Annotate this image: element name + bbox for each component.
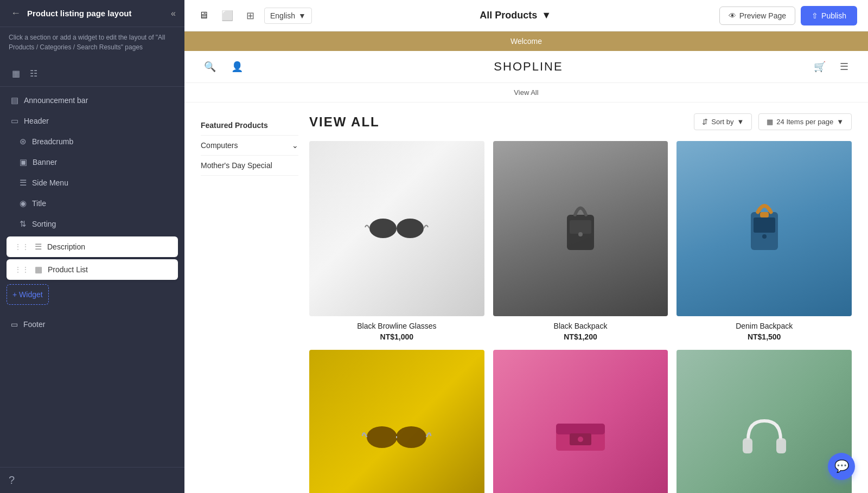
store-header: 🔍 👤 SHOPLINE 🛒 ☰ xyxy=(184,51,868,83)
chevron-down-icon: ⌄ xyxy=(292,141,298,150)
desktop-device-button[interactable]: 🖥 xyxy=(195,7,212,24)
content-area: Featured Products Computers ⌄ Mother's D… xyxy=(184,103,868,493)
product-card-1[interactable]: Black Backpack NT$1,200 xyxy=(493,141,668,341)
svg-point-9 xyxy=(762,234,767,239)
top-bar-center: All Products ▼ xyxy=(318,10,713,21)
category-nav: Featured Products Computers ⌄ Mother's D… xyxy=(201,113,309,493)
sidebar-item-announcement-bar[interactable]: ▤ Announcement bar xyxy=(0,90,184,111)
banner-icon: ▣ xyxy=(20,157,27,167)
svg-point-5 xyxy=(578,232,583,236)
product-card-4[interactable]: Pink Wallet NT$900 xyxy=(493,350,668,493)
product-image-3 xyxy=(309,350,484,493)
page-title-chevron-icon: ▼ xyxy=(541,10,551,21)
svg-point-10 xyxy=(367,426,397,448)
backpack-svg xyxy=(559,199,602,258)
product-name-1: Black Backpack xyxy=(493,322,668,330)
preview-eye-icon: 👁 xyxy=(729,11,736,20)
side-menu-icon: ☰ xyxy=(20,178,27,188)
product-grid: Black Browline Glasses NT$1,000 xyxy=(309,141,852,493)
preview-page-button[interactable]: 👁 Preview Page xyxy=(719,7,795,25)
sidebar-item-sorting[interactable]: ⇅ Sorting xyxy=(0,214,184,234)
product-name-2: Denim Backpack xyxy=(676,322,852,330)
product-card-0[interactable]: Black Browline Glasses NT$1,000 xyxy=(309,141,484,341)
pages-icon[interactable]: ▦ xyxy=(9,65,23,82)
collapse-button[interactable]: « xyxy=(171,9,176,18)
store-header-right: 🛒 ☰ xyxy=(810,57,852,76)
announcement-bar-icon: ▤ xyxy=(11,95,18,105)
tablet-device-button[interactable]: ⬜ xyxy=(218,7,237,25)
sidebar-item-header[interactable]: ▭ Header xyxy=(0,111,184,131)
svg-rect-8 xyxy=(760,212,769,217)
sidebar-item-footer[interactable]: ▭ Footer xyxy=(0,315,184,334)
menu-button[interactable]: ☰ xyxy=(837,57,852,76)
svg-point-16 xyxy=(578,437,583,442)
sidebar-item-description[interactable]: ⋮⋮ ☰ Description xyxy=(7,236,178,257)
store-logo: SHOPLINE xyxy=(494,60,563,74)
sidebar-bottom: ? xyxy=(0,467,184,493)
back-button[interactable]: ← xyxy=(9,5,23,21)
sidebar-item-title[interactable]: ◉ Title xyxy=(0,193,184,214)
announcement-bar: Welcome xyxy=(184,31,868,51)
product-price-2: NT$1,500 xyxy=(676,332,852,341)
help-button[interactable]: ? xyxy=(9,474,15,486)
category-nav-item-computers[interactable]: Computers ⌄ xyxy=(201,136,298,156)
preview-area: Welcome 🔍 👤 SHOPLINE 🛒 ☰ View All xyxy=(184,31,868,493)
top-bar: 🖥 ⬜ ⊞ English ▼ All Products ▼ 👁 Preview… xyxy=(184,0,868,31)
product-price-0: NT$1,000 xyxy=(309,332,484,341)
items-per-page-button[interactable]: ▦ 24 Items per page ▼ xyxy=(758,113,852,130)
custom-device-button[interactable]: ⊞ xyxy=(243,7,258,25)
sidebar: ← Product listing page layout « Click a … xyxy=(0,0,184,493)
sort-by-button[interactable]: ⇵ Sort by ▼ xyxy=(694,113,752,130)
title-icon: ◉ xyxy=(20,199,27,208)
search-button[interactable]: 🔍 xyxy=(201,57,219,76)
account-button[interactable]: 👤 xyxy=(228,57,246,76)
cart-button[interactable]: 🛒 xyxy=(810,57,829,76)
language-selector[interactable]: English ▼ xyxy=(264,8,312,24)
product-image-5 xyxy=(676,350,852,493)
sunglasses-svg xyxy=(361,420,432,455)
sidebar-item-product-list[interactable]: ⋮⋮ ▦ Product List xyxy=(7,259,178,280)
product-card-3[interactable]: Sunglasses NT$800 xyxy=(309,350,484,493)
publish-icon: ⇧ xyxy=(812,11,818,20)
language-chevron-icon: ▼ xyxy=(298,11,306,20)
sidebar-item-breadcrumb[interactable]: ⊛ Breadcrumb xyxy=(0,131,184,152)
product-area-title: VIEW ALL xyxy=(309,114,380,130)
category-nav-item-mothers-day[interactable]: Mother's Day Special xyxy=(201,156,298,176)
footer-icon: ▭ xyxy=(11,320,18,329)
widgets-icon[interactable]: ☷ xyxy=(27,65,41,82)
view-all-link[interactable]: View All xyxy=(514,88,538,97)
svg-point-0 xyxy=(369,219,397,238)
product-area: VIEW ALL ⇵ Sort by ▼ ▦ 24 Items per page… xyxy=(309,113,852,493)
glasses-svg xyxy=(364,212,429,245)
announcement-text: Welcome xyxy=(510,37,542,46)
chat-button[interactable]: 💬 xyxy=(828,453,855,480)
sidebar-header: ← Product listing page layout « xyxy=(0,0,184,27)
drag-handle-description[interactable]: ⋮⋮ xyxy=(14,242,29,251)
svg-rect-7 xyxy=(754,217,775,233)
svg-rect-4 xyxy=(570,220,591,234)
product-image-1 xyxy=(493,141,668,316)
publish-button[interactable]: ⇧ Publish xyxy=(801,6,857,25)
logo-bold-text: SHOP xyxy=(494,60,532,73)
sidebar-description: Click a section or add a widget to edit … xyxy=(0,27,184,61)
breadcrumb-icon: ⊛ xyxy=(20,137,27,146)
items-chevron-icon: ▼ xyxy=(837,118,844,126)
denim-backpack-svg xyxy=(743,199,786,258)
category-nav-item-featured[interactable]: Featured Products xyxy=(201,116,298,136)
product-image-4 xyxy=(493,350,668,493)
header-icon: ▭ xyxy=(11,116,18,126)
sidebar-item-banner[interactable]: ▣ Banner xyxy=(0,152,184,172)
grid-icon: ▦ xyxy=(767,118,773,126)
sidebar-title: Product listing page layout xyxy=(27,9,167,18)
top-bar-right: 👁 Preview Page ⇧ Publish xyxy=(719,6,857,25)
wallet-svg xyxy=(553,418,608,456)
sidebar-item-side-menu[interactable]: ☰ Side Menu xyxy=(0,172,184,193)
page-title-selector[interactable]: All Products ▼ xyxy=(480,10,551,21)
product-image-0 xyxy=(309,141,484,316)
drag-handle-product-list[interactable]: ⋮⋮ xyxy=(14,265,29,274)
svg-point-11 xyxy=(396,426,426,448)
chat-icon: 💬 xyxy=(834,459,849,473)
add-widget-button[interactable]: + Widget xyxy=(7,284,49,305)
product-card-2[interactable]: Denim Backpack NT$1,500 xyxy=(676,141,852,341)
product-card-5[interactable]: Headphones NT$2,000 xyxy=(676,350,852,493)
